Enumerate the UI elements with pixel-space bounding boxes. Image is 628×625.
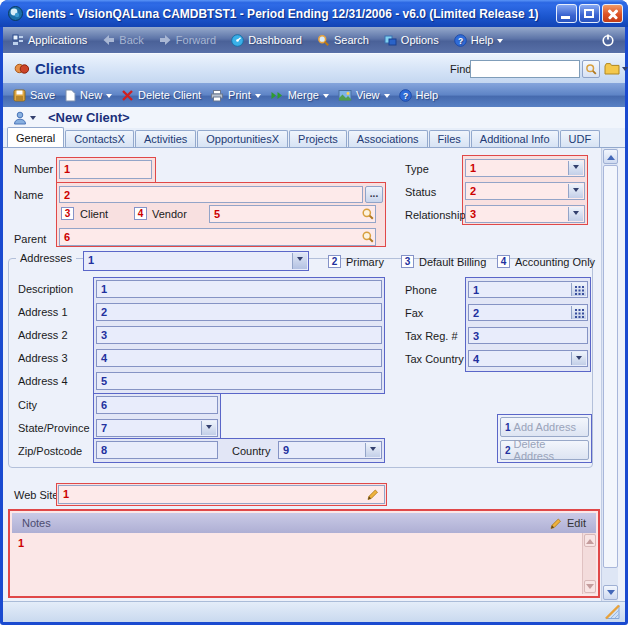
tax-reg-field[interactable]: 3 (468, 327, 588, 344)
back-button[interactable]: Back (102, 34, 143, 46)
find-input[interactable] (470, 60, 580, 78)
maximize-button[interactable] (579, 4, 600, 23)
dropdown-button[interactable] (568, 207, 583, 221)
notes-scroll-up-button[interactable] (584, 534, 596, 547)
address3-field[interactable]: 4 (96, 349, 382, 367)
scroll-up-button[interactable] (603, 149, 618, 164)
fax-dialer-button[interactable] (571, 306, 586, 319)
view-button[interactable]: View (338, 89, 390, 102)
tax-country-dropdown[interactable]: 4 (468, 350, 588, 367)
power-button[interactable] (601, 33, 615, 47)
tab-associations[interactable]: Associations (348, 130, 428, 147)
save-button[interactable]: Save (13, 89, 55, 102)
close-button[interactable] (602, 4, 623, 23)
chevron-down-icon (297, 257, 303, 264)
app-icon (8, 6, 23, 25)
dropdown-button[interactable] (568, 161, 583, 175)
website-edit-pencil-icon[interactable] (366, 487, 379, 505)
tab-additional-info[interactable]: Additional Info (471, 130, 559, 147)
name-field[interactable]: 2 (59, 186, 363, 203)
default-billing-checkbox[interactable]: 3 (401, 255, 414, 268)
tab-files[interactable]: Files (429, 130, 470, 147)
record-menu-button[interactable] (13, 111, 36, 125)
dropdown-button[interactable] (568, 184, 583, 198)
parent-magnifier-icon[interactable] (361, 230, 375, 248)
client-lookup-field[interactable]: 5 (209, 205, 376, 223)
merge-button[interactable]: Merge (270, 89, 329, 102)
tab-udf[interactable]: UDF (560, 130, 601, 147)
tab-opportunitiesx[interactable]: OpportunitiesX (197, 130, 288, 147)
zip-postcode-field[interactable]: 8 (96, 441, 218, 459)
phone-field[interactable]: 1 (468, 281, 588, 298)
add-address-button[interactable]: 1 Add Address (500, 417, 589, 437)
delete-address-button[interactable]: 2 Delete Address (500, 440, 589, 460)
client-checkbox[interactable]: 3 (61, 207, 74, 220)
scrollbar-thumb[interactable] (603, 165, 618, 568)
type-label: Type (405, 163, 429, 175)
dropdown-button[interactable] (292, 253, 307, 269)
help-button[interactable]: ? Help (399, 89, 439, 102)
forward-button[interactable]: Forward (159, 34, 216, 46)
address-selector-dropdown[interactable]: 1 (83, 251, 309, 271)
notes-scrollbar[interactable] (582, 533, 596, 594)
chevron-down-icon (573, 211, 579, 218)
notes-edit-button[interactable]: Edit (549, 517, 586, 530)
chevron-down-icon (323, 94, 329, 101)
name-browse-button[interactable]: ... (365, 186, 383, 203)
main-scrollbar[interactable] (601, 148, 618, 601)
number-field[interactable]: 1 (59, 160, 152, 179)
address2-field[interactable]: 3 (96, 326, 382, 344)
city-field[interactable]: 6 (96, 396, 218, 414)
city-label: City (18, 399, 37, 411)
description-label: Description (18, 283, 73, 295)
parent-field[interactable]: 6 (59, 228, 376, 246)
dropdown-button[interactable] (201, 421, 216, 435)
tab-general[interactable]: General (7, 127, 64, 147)
type-dropdown[interactable]: 1 (465, 159, 585, 177)
primary-checkbox[interactable]: 2 (328, 255, 341, 268)
zip-postcode-label: Zip/Postcode (18, 445, 82, 457)
description-field[interactable]: 1 (96, 280, 382, 298)
options-button[interactable]: Options (384, 34, 439, 47)
dropdown-button[interactable] (365, 443, 380, 457)
arrow-down-icon (586, 584, 594, 593)
help-menu[interactable]: ? Help (454, 34, 504, 47)
folder-icon (604, 62, 620, 75)
tab-activities[interactable]: Activities (135, 130, 196, 147)
web-site-label: Web Site (14, 489, 58, 501)
status-dropdown[interactable]: 2 (465, 182, 585, 200)
search-button[interactable]: Search (317, 34, 369, 47)
application-toolbar: Applications Back Forward Dashboard Sear… (3, 27, 625, 53)
tab-projects[interactable]: Projects (289, 130, 347, 147)
relationship-dropdown[interactable]: 3 (465, 205, 585, 223)
state-province-dropdown[interactable]: 7 (96, 419, 218, 437)
tab-contactsx[interactable]: ContactsX (65, 130, 134, 147)
dropdown-button[interactable] (571, 352, 586, 365)
address4-field[interactable]: 5 (96, 372, 382, 390)
print-button[interactable]: Print (210, 89, 261, 102)
delete-x-icon (121, 89, 134, 102)
delete-client-button[interactable]: Delete Client (121, 89, 201, 102)
lookup-magnifier-icon[interactable] (361, 207, 375, 225)
applications-icon (12, 34, 24, 46)
resize-grip-icon[interactable] (604, 604, 621, 624)
title-bar[interactable]: Clients - VisionQALuna CAMDBTST1 - Perio… (0, 0, 628, 27)
fax-field[interactable]: 2 (468, 304, 588, 321)
notes-content[interactable]: 1 (12, 533, 596, 594)
accounting-only-checkbox[interactable]: 4 (497, 255, 510, 268)
dashboard-button[interactable]: Dashboard (231, 34, 302, 47)
address1-field[interactable]: 2 (96, 303, 382, 321)
web-site-field[interactable]: 1 (58, 485, 385, 504)
applications-menu[interactable]: Applications (12, 34, 87, 46)
find-search-button[interactable] (582, 60, 600, 78)
notes-scroll-down-button[interactable] (584, 580, 596, 593)
page-header: Clients Find (3, 53, 625, 83)
minimize-button[interactable] (556, 4, 577, 23)
scroll-down-button[interactable] (603, 585, 618, 600)
folder-menu-button[interactable] (604, 62, 628, 75)
new-button[interactable]: New (64, 89, 112, 102)
phone-dialer-button[interactable] (571, 283, 586, 296)
notes-value: 1 (18, 537, 24, 549)
vendor-checkbox[interactable]: 4 (134, 207, 147, 220)
country-dropdown[interactable]: 9 (278, 441, 382, 459)
